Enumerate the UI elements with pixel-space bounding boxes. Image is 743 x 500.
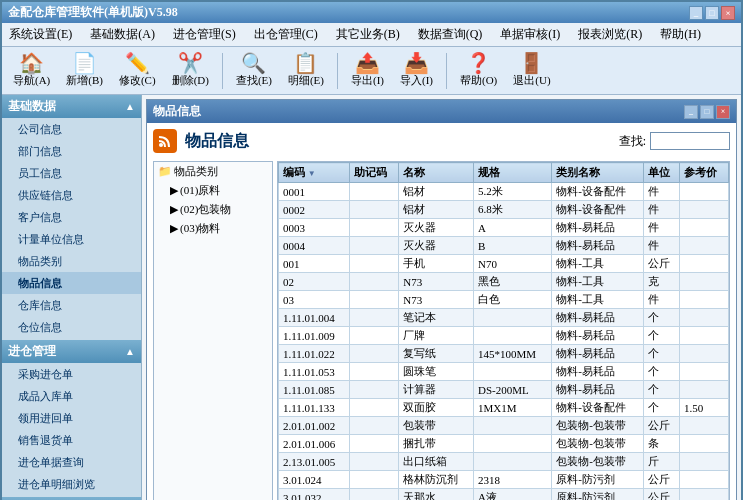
cell-spec: 6.8米 — [473, 201, 551, 219]
delete-button[interactable]: ✂️ 删除(D) — [167, 50, 214, 91]
cell-name: 灭火器 — [399, 237, 474, 255]
cat-item-1[interactable]: ▶ (01)原料 — [166, 181, 272, 200]
cell-category: 原料-防污剂 — [552, 471, 644, 489]
sidebar-item-unit[interactable]: 计量单位信息 — [2, 228, 141, 250]
table-row[interactable]: 2.01.01.002 包装带 包装物-包装带 公斤 — [279, 417, 729, 435]
table-row[interactable]: 2.01.01.006 捆扎带 包装物-包装带 条 — [279, 435, 729, 453]
svg-point-0 — [159, 143, 163, 147]
search-label: 查找: — [619, 133, 646, 150]
menu-query[interactable]: 数据查询(Q) — [415, 25, 486, 44]
col-price[interactable]: 参考价 — [680, 163, 729, 183]
col-category[interactable]: 类别名称 — [552, 163, 644, 183]
sidebar-item-company[interactable]: 公司信息 — [2, 118, 141, 140]
cat-label-1: (01)原料 — [180, 183, 220, 198]
col-code[interactable]: 编码 ▼ — [279, 163, 350, 183]
table-row[interactable]: 0004 灭火器 B 物料-易耗品 件 — [279, 237, 729, 255]
sidebar-item-employee[interactable]: 员工信息 — [2, 162, 141, 184]
import-button[interactable]: 📥 导入(I) — [395, 50, 438, 91]
inner-minimize-btn[interactable]: _ — [684, 105, 698, 119]
table-row[interactable]: 1.11.01.053 圆珠笔 物料-易耗品 个 — [279, 363, 729, 381]
col-unit[interactable]: 单位 — [643, 163, 679, 183]
cell-category: 物料-工具 — [552, 255, 644, 273]
expand-icon-1: ▶ — [170, 184, 178, 197]
cat-item-2[interactable]: ▶ (02)包装物 — [166, 200, 272, 219]
sidebar-item-position[interactable]: 仓位信息 — [2, 316, 141, 338]
expand-icon-2: ▶ — [170, 203, 178, 216]
table-row[interactable]: 0002 铝材 6.8米 物料-设备配件 件 — [279, 201, 729, 219]
col-name[interactable]: 名称 — [399, 163, 474, 183]
table-row[interactable]: 0001 铝材 5.2米 物料-设备配件 件 — [279, 183, 729, 201]
sidebar-header-base[interactable]: 基础数据 ▲ — [2, 95, 141, 118]
menu-system[interactable]: 系统设置(E) — [6, 25, 75, 44]
cell-memo — [350, 219, 399, 237]
sidebar-item-goods[interactable]: 物品信息 — [2, 272, 141, 294]
sidebar-item-sale-return[interactable]: 销售退货单 — [2, 429, 141, 451]
detail-button[interactable]: 📋 明细(E) — [283, 50, 329, 91]
sidebar-item-product-in[interactable]: 成品入库单 — [2, 385, 141, 407]
table-row[interactable]: 001 手机 N70 物料-工具 公斤 — [279, 255, 729, 273]
table-row[interactable]: 2.13.01.005 出口纸箱 包装物-包装带 斤 — [279, 453, 729, 471]
inner-maximize-btn[interactable]: □ — [700, 105, 714, 119]
cell-price — [680, 363, 729, 381]
table-row[interactable]: 1.11.01.009 厂牌 物料-易耗品 个 — [279, 327, 729, 345]
menu-outstock[interactable]: 出仓管理(C) — [251, 25, 321, 44]
sidebar-item-use-return[interactable]: 领用进回单 — [2, 407, 141, 429]
cat-item-3[interactable]: ▶ (03)物料 — [166, 219, 272, 238]
edit-button[interactable]: ✏️ 修改(C) — [114, 50, 161, 91]
cell-unit: 公斤 — [643, 255, 679, 273]
table-row[interactable]: 1.11.01.022 复写纸 145*100MM 物料-易耗品 个 — [279, 345, 729, 363]
table-row[interactable]: 3.01.032 天那水 A液 原料-防污剂 公斤 — [279, 489, 729, 501]
menu-other[interactable]: 其它业务(B) — [333, 25, 403, 44]
cell-name: 捆扎带 — [399, 435, 474, 453]
sidebar-item-customer[interactable]: 客户信息 — [2, 206, 141, 228]
cat-root[interactable]: 📁 物品类别 — [154, 162, 272, 181]
sidebar-item-warehouse[interactable]: 仓库信息 — [2, 294, 141, 316]
find-button[interactable]: 🔍 查找(E) — [231, 50, 277, 91]
table-row[interactable]: 3.01.024 格林防沉剂 2318 原料-防污剂 公斤 — [279, 471, 729, 489]
cell-name: N73 — [399, 291, 474, 309]
col-memo[interactable]: 助记码 — [350, 163, 399, 183]
inner-content: 物品信息 查找: 📁 物品类别 — [147, 123, 736, 500]
sidebar-item-dept[interactable]: 部门信息 — [2, 140, 141, 162]
cell-unit: 个 — [643, 399, 679, 417]
table-row[interactable]: 1.11.01.133 双面胶 1MX1M 物料-设备配件 个 1.50 — [279, 399, 729, 417]
sidebar-instock-arrow: ▲ — [125, 346, 135, 357]
data-table-wrap[interactable]: 编码 ▼ 助记码 名称 规格 类别名称 单位 参考价 — [277, 161, 730, 500]
new-button[interactable]: 📄 新增(B) — [61, 50, 108, 91]
export-label: 导出(I) — [351, 73, 384, 88]
menu-report[interactable]: 报表浏览(R) — [575, 25, 645, 44]
sidebar-item-supplier[interactable]: 供应链信息 — [2, 184, 141, 206]
export-button[interactable]: 📤 导出(I) — [346, 50, 389, 91]
col-spec[interactable]: 规格 — [473, 163, 551, 183]
cell-name: N73 — [399, 273, 474, 291]
cell-code: 0002 — [279, 201, 350, 219]
menu-help[interactable]: 帮助(H) — [657, 25, 704, 44]
inner-close-btn[interactable]: × — [716, 105, 730, 119]
table-row[interactable]: 1.11.01.085 计算器 DS-200ML 物料-易耗品 个 — [279, 381, 729, 399]
sidebar-item-purchase-in[interactable]: 采购进仓单 — [2, 363, 141, 385]
minimize-btn[interactable]: _ — [689, 6, 703, 20]
menu-base[interactable]: 基础数据(A) — [87, 25, 158, 44]
exit-button[interactable]: 🚪 退出(U) — [508, 50, 555, 91]
nav-button[interactable]: 🏠 导航(A) — [8, 50, 55, 91]
table-row[interactable]: 0003 灭火器 A 物料-易耗品 件 — [279, 219, 729, 237]
maximize-btn[interactable]: □ — [705, 6, 719, 20]
cell-price — [680, 345, 729, 363]
cell-name: 厂牌 — [399, 327, 474, 345]
menu-instock[interactable]: 进仓管理(S) — [170, 25, 239, 44]
table-row[interactable]: 03 N73 白色 物料-工具 件 — [279, 291, 729, 309]
cell-category: 物料-易耗品 — [552, 381, 644, 399]
table-row[interactable]: 02 N73 黑色 物料-工具 克 — [279, 273, 729, 291]
cell-unit: 斤 — [643, 453, 679, 471]
sidebar-item-instock-query[interactable]: 进仓单据查询 — [2, 451, 141, 473]
cell-name: 双面胶 — [399, 399, 474, 417]
table-row[interactable]: 1.11.01.004 笔记本 物料-易耗品 个 — [279, 309, 729, 327]
window-controls: _ □ × — [689, 6, 735, 20]
search-input[interactable] — [650, 132, 730, 150]
help-button[interactable]: ❓ 帮助(O) — [455, 50, 502, 91]
sidebar-item-category[interactable]: 物品类别 — [2, 250, 141, 272]
sidebar-item-instock-detail[interactable]: 进仓单明细浏览 — [2, 473, 141, 495]
menu-review[interactable]: 单据审核(I) — [497, 25, 563, 44]
close-btn[interactable]: × — [721, 6, 735, 20]
sidebar-header-instock[interactable]: 进仓管理 ▲ — [2, 340, 141, 363]
